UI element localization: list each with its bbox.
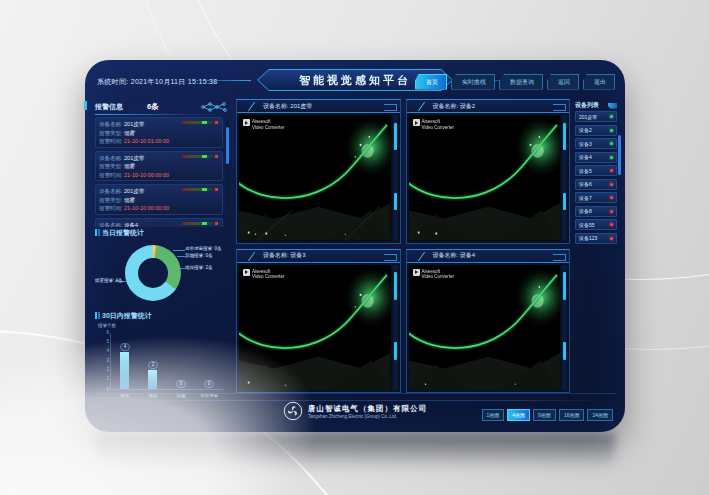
device-item[interactable]: 设备5 (575, 165, 617, 176)
status-dot (610, 169, 613, 172)
donut-chart (125, 245, 181, 301)
alarm-count-badge: 6条 (147, 102, 159, 112)
screen-1-button[interactable]: 1画面 (482, 409, 505, 421)
device-list-title: 设备列表 (575, 101, 599, 110)
video-watermark: AiseesoftVideo Converter (243, 119, 284, 130)
today-stats-donut-chart: 皮带堵塞报警: 0条 异物报警: 0条 堆煤报警: 2条 烟雾报警: 4条 (95, 238, 229, 310)
left-sidebar: 报警信息 6条 (93, 99, 231, 393)
header-bar: 系统时间: 2021年10月11日 15:15:38 智能视觉感知平台 首页 实… (93, 65, 617, 98)
device-item[interactable]: 设备123 (575, 233, 617, 244)
page-background: 系统时间: 2021年10月11日 15:15:38 智能视觉感知平台 首页 实… (0, 0, 709, 495)
alarm-scrollbar (226, 119, 229, 225)
device-item[interactable]: 设备2 (575, 125, 617, 136)
device-item[interactable]: 201皮带 (575, 111, 617, 122)
top-nav: 首页 实时曲线 数据查询 返回 退出 (415, 74, 617, 90)
status-dot (610, 115, 613, 118)
watermark-icon (243, 119, 250, 126)
donut-label-foreign-object: 异物报警: 0条 (185, 253, 213, 258)
bar-foreign-object: 0 异物 (170, 333, 192, 389)
alarm-list-item[interactable]: 设备名称: 设备4 报警类型: 堆煤 报警时间: 21-10-10 00:00:… (95, 218, 223, 227)
footer-bar: 唐山智诚电气（集团）有限公司 Tangshan Zhicheng Electri… (93, 393, 617, 426)
nav-realtime-curve-button[interactable]: 实时曲线 (451, 74, 495, 90)
screen-layout-buttons: 1画面 4画面 9画面 16画面 24画面 (482, 409, 613, 421)
video-panel-4: 设备名称: 设备4 (406, 249, 571, 394)
bar-belt-block: 0 皮带堵塞 (198, 333, 220, 389)
alarm-level-gauge (182, 188, 218, 191)
watermark-icon (243, 269, 250, 276)
nav-data-query-button[interactable]: 数据查询 (499, 74, 543, 90)
panel-side-rail (562, 115, 567, 241)
screen-4-button[interactable]: 4画面 (507, 409, 530, 421)
video-panel-1: 设备名称: 201皮带 (236, 99, 401, 244)
device-item[interactable]: 设备3 (575, 138, 617, 149)
donut-label-coal-pile: 堆煤报警: 2条 (185, 265, 213, 270)
video-watermark: AiseesoftVideo Converter (243, 269, 284, 280)
device-item[interactable]: 设备6 (575, 179, 617, 190)
video-panel-header: 设备名称: 设备4 (407, 250, 570, 263)
company-logo-icon (283, 401, 303, 421)
panel-side-rail (393, 265, 398, 391)
alarm-scrollbar-thumb[interactable] (226, 127, 229, 163)
status-dot (610, 129, 613, 132)
video-watermark: AiseesoftVideo Converter (413, 269, 454, 280)
alarm-level-gauge (182, 155, 218, 158)
device-list-scrollbar[interactable] (618, 135, 621, 175)
video-panel-3: 设备名称: 设备3 (236, 249, 401, 394)
dashboard-monitor: 系统时间: 2021年10月11日 15:15:38 智能视觉感知平台 首页 实… (85, 60, 625, 432)
panel-side-rail (393, 115, 398, 241)
video-feed[interactable]: AiseesoftVideo Converter (409, 265, 561, 391)
system-time: 系统时间: 2021年10月11日 15:15:38 (93, 77, 218, 87)
video-panel-header: 设备名称: 设备3 (237, 250, 400, 263)
device-item[interactable]: 设备4 (575, 152, 617, 163)
alarm-list-item[interactable]: 设备名称: 201皮带 报警类型: 烟雾 报警时间: 21-10-10 00:0… (95, 184, 223, 215)
monitor-reflection (95, 434, 615, 476)
video-panel-header: 设备名称: 201皮带 (237, 100, 400, 113)
device-item[interactable]: 设备7 (575, 192, 617, 203)
company-name-en: Tangshan Zhicheng Electric (Group) Co.,L… (308, 414, 427, 419)
device-list-panel: 设备列表 201皮带 设备2 设备3 设备4 设备5 设备6 设备7 设备8 设… (575, 99, 617, 393)
status-dot (610, 196, 613, 199)
nav-exit-button[interactable]: 退出 (583, 74, 615, 90)
status-dot (610, 156, 613, 159)
status-dot (610, 210, 613, 213)
video-panel-header: 设备名称: 设备2 (407, 100, 570, 113)
nav-back-button[interactable]: 返回 (547, 74, 579, 90)
panel-side-rail (562, 265, 567, 391)
status-dot (610, 183, 613, 186)
video-grid: 设备名称: 201皮带 (236, 99, 570, 393)
monthly-stats-bar-chart: 报警个数 0 1 2 3 4 5 6 4 烟雾 (97, 324, 227, 400)
donut-label-belt-block: 皮带堵塞报警: 0条 (185, 246, 222, 251)
video-watermark: AiseesoftVideo Converter (413, 119, 454, 130)
status-dot (610, 237, 613, 240)
alarm-panel-title: 报警信息 (95, 102, 123, 112)
divider (95, 114, 229, 115)
monthly-stats-title: 30日内报警统计 (95, 310, 229, 321)
alarm-list: 设备名称: 201皮带 报警类型: 烟雾 报警时间: 21-10-10 01:0… (95, 117, 229, 227)
network-nodes-icon (199, 101, 229, 113)
title-wing-left (181, 80, 251, 81)
bar-smoke: 4 烟雾 (114, 333, 136, 389)
screen-16-button[interactable]: 16画面 (559, 409, 585, 421)
status-dot (610, 223, 613, 226)
alarm-level-gauge (182, 222, 218, 225)
nav-home-button[interactable]: 首页 (415, 74, 447, 90)
alarm-level-gauge (182, 121, 218, 124)
device-item[interactable]: 设备55 (575, 219, 617, 230)
bar-chart-ylabel: 报警个数 (98, 323, 116, 328)
alarm-list-item[interactable]: 设备名称: 201皮带 报警类型: 烟雾 报警时间: 21-10-10 00:0… (95, 151, 223, 182)
screen-9-button[interactable]: 9画面 (533, 409, 556, 421)
status-dot (610, 142, 613, 145)
alarm-list-item[interactable]: 设备名称: 201皮带 报警类型: 烟雾 报警时间: 21-10-10 01:0… (95, 117, 223, 148)
video-panel-2: 设备名称: 设备2 (406, 99, 571, 244)
bar-coal-pile: 2 堆煤 (142, 333, 164, 389)
donut-label-smoke: 烟雾报警: 4条 (95, 278, 123, 283)
today-stats-title: 当日报警统计 (95, 227, 229, 238)
company-name-cn: 唐山智诚电气（集团）有限公司 (308, 404, 427, 414)
device-list-flag-icon (608, 103, 617, 109)
video-feed[interactable]: AiseesoftVideo Converter (409, 115, 561, 241)
company-block: 唐山智诚电气（集团）有限公司 Tangshan Zhicheng Electri… (283, 401, 427, 421)
screen-24-button[interactable]: 24画面 (587, 409, 613, 421)
video-feed[interactable]: AiseesoftVideo Converter (239, 115, 391, 241)
device-item[interactable]: 设备8 (575, 206, 617, 217)
video-feed[interactable]: AiseesoftVideo Converter (239, 265, 391, 391)
